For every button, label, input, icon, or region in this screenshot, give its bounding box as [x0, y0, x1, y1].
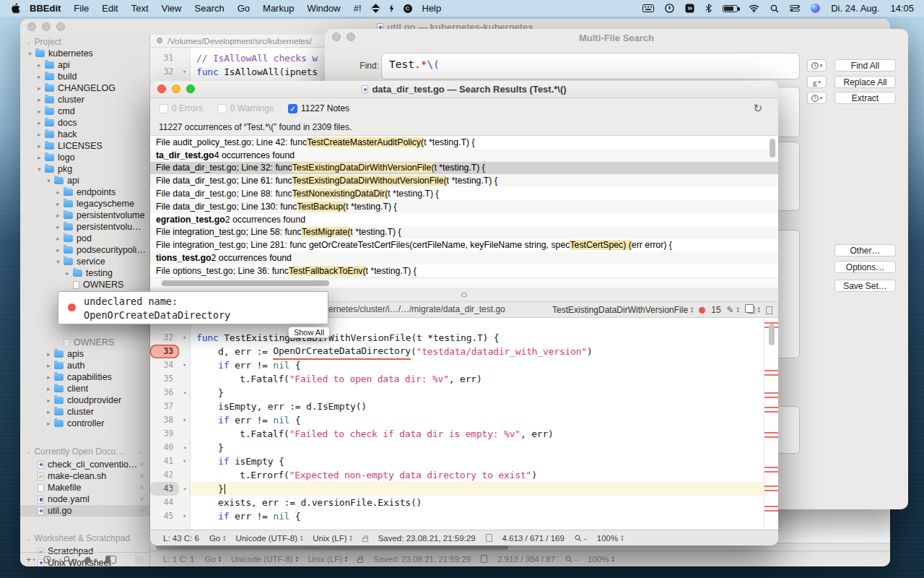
code-line-36[interactable]: 36◂} [150, 386, 778, 400]
help-dropdown[interactable]: ? ▾ [807, 92, 827, 104]
find-input[interactable]: Test.*\( [381, 53, 800, 79]
chevron-down-icon[interactable]: ⌄ [138, 448, 144, 455]
open-doc-makecleansh[interactable]: make-clean.sh✕ [20, 470, 149, 482]
zoom-window-icon[interactable] [56, 22, 65, 31]
replace-all-button[interactable]: Replace All [834, 76, 896, 88]
menu-item-view[interactable]: View [155, 0, 188, 17]
disclosure-closed-icon[interactable]: ▸ [45, 397, 53, 404]
menu-item-go[interactable]: Go [231, 0, 256, 17]
tree-item-cluster[interactable]: ▸cluster [20, 406, 149, 418]
notes-checkbox[interactable]: ✓ 11227 Notes [288, 103, 349, 113]
code-line-32[interactable]: 32▾func TestExistingDataDirWithVersionFi… [150, 331, 778, 345]
open-doc-utilgo[interactable]: util.go✕ [20, 505, 149, 517]
disclosure-closed-icon[interactable]: ▸ [35, 61, 43, 69]
fold-close-icon[interactable]: ◂ [179, 441, 191, 454]
menu-item-[interactable]: #! [347, 0, 368, 17]
disclosure-closed-icon[interactable]: ▸ [35, 154, 43, 161]
close-doc-icon[interactable]: ✕ [139, 473, 144, 480]
scrollbar-thumb[interactable] [769, 324, 775, 345]
disclosure-closed-icon[interactable]: ▸ [54, 200, 62, 207]
splitter-grip-icon[interactable] [461, 293, 467, 297]
scrollbar-thumb[interactable] [162, 280, 329, 286]
code-line-37[interactable]: 37isEmpty, err := d.IsEmpty() [150, 400, 778, 413]
disclosure-closed-icon[interactable]: ▸ [35, 119, 43, 126]
results-horizontal-scrollbar[interactable] [150, 277, 778, 288]
recent-button[interactable]: ▾ [43, 556, 56, 564]
disclosure-open-icon[interactable]: ▾ [54, 258, 62, 265]
line-endings-menu[interactable]: Unix (LF) [308, 555, 347, 564]
code-line-38[interactable]: 38▾if err != nil { [150, 413, 778, 427]
keyboard-icon[interactable] [642, 4, 654, 12]
add-button[interactable]: +▾ [26, 554, 35, 565]
disclosure-closed-icon[interactable]: ▸ [45, 408, 53, 415]
disclosure-closed-icon[interactable]: ▸ [35, 85, 43, 92]
tree-item-LICENSES[interactable]: ▸LICENSES [20, 140, 149, 152]
fold-open-icon[interactable]: ▾ [179, 509, 191, 523]
tree-item-podsecuritypoli…[interactable]: ▸podsecuritypoli… [20, 244, 149, 256]
close-doc-icon[interactable]: ✕ [139, 507, 144, 514]
project-section-header[interactable]: ⌄ Project [20, 36, 149, 48]
toggle-sidebar-icon[interactable] [105, 556, 116, 564]
options-button[interactable]: Options… [834, 261, 896, 273]
disclosure-closed-icon[interactable]: ▸ [54, 223, 62, 230]
menu-item-file[interactable]: File [67, 0, 95, 17]
scrollbar-thumb[interactable] [770, 139, 775, 158]
tree-item-hack[interactable]: ▸hack [20, 129, 149, 140]
code-line-35[interactable]: 35t.Fatalf("Failed to open data dir: %v"… [150, 372, 778, 386]
tree-item-docs[interactable]: ▸docs [20, 117, 149, 129]
result-row[interactable]: File integration_test.go; Line 281: func… [150, 238, 778, 251]
code-line-39[interactable]: 39t.Fatalf("Failed to check if data dir … [150, 427, 778, 441]
fold-open-icon[interactable]: ▾ [179, 413, 191, 427]
language-menu[interactable]: Go [209, 534, 226, 543]
menu-item-window[interactable]: Window [300, 0, 346, 17]
dash-app-menu-icon[interactable] [368, 5, 384, 12]
search-window-titlebar[interactable]: Multi-File Search [325, 29, 908, 46]
zoom-menu[interactable]: 100% [588, 555, 614, 564]
menu-item-edit[interactable]: Edit [95, 0, 124, 17]
result-group-row[interactable]: egration_test.go 2 occurrences found [150, 213, 778, 226]
disclosure-closed-icon[interactable]: ▸ [45, 362, 53, 369]
tree-item-pkg[interactable]: ▾pkg [20, 163, 149, 175]
encoding-menu[interactable]: Unicode (UTF-8) [231, 555, 298, 564]
fold-open-icon[interactable]: ▾ [179, 358, 191, 372]
tree-item-api[interactable]: ▸api [20, 59, 149, 71]
code-line-33[interactable]: 33d, err := OpenOrCreateDataDirectory("t… [150, 345, 778, 358]
close-doc-icon[interactable]: ✕ [139, 496, 144, 503]
tree-item-client[interactable]: ▸client [20, 383, 149, 394]
refresh-icon[interactable]: ↻ [753, 102, 762, 115]
result-row[interactable]: File data_dir_test.go; Line 32: func Tes… [150, 162, 778, 175]
language-menu[interactable]: Go [204, 555, 221, 564]
results-titlebar[interactable]: data_dir_test.go — Search Results (Test.… [150, 81, 778, 98]
battery-icon[interactable] [723, 5, 738, 12]
tree-item-logo[interactable]: ▸logo [20, 152, 149, 163]
save-set-button[interactable]: Save Set… [834, 280, 896, 292]
tree-item-cluster[interactable]: ▸cluster [20, 94, 149, 105]
disclosure-open-icon[interactable]: ▾ [26, 50, 34, 57]
zoom-menu[interactable]: 100% [597, 534, 624, 543]
result-row[interactable]: File data_dir_test.go; Line 61: func Tes… [150, 174, 778, 187]
tree-item-cloudprovider[interactable]: ▸cloudprovider [20, 394, 149, 406]
disclosure-closed-icon[interactable]: ▸ [45, 385, 53, 392]
cloud-button[interactable]: ▾ [83, 556, 97, 564]
tree-item-api[interactable]: ▾api [20, 175, 149, 186]
code-line-34[interactable]: 34▾if err != nil { [150, 358, 778, 372]
find-all-button[interactable]: Find All [834, 59, 896, 72]
line-endings-menu[interactable]: Unix (LF) [313, 534, 352, 543]
spotlight-icon[interactable] [770, 4, 779, 13]
tree-item-OWNERS[interactable]: OWNERS [20, 337, 149, 348]
menu-item-help[interactable]: Help [416, 0, 448, 17]
disclosure-closed-icon[interactable]: ▸ [35, 131, 43, 138]
errors-checkbox[interactable]: 0 Errors [159, 103, 203, 113]
fold-open-icon[interactable]: ▾ [179, 331, 191, 345]
quick-search[interactable]: - [565, 555, 578, 564]
result-row[interactable]: File data_dir_test.go; Line 88: func Tes… [150, 187, 778, 200]
control-center-icon[interactable] [790, 5, 800, 12]
close-window-icon[interactable] [332, 33, 341, 41]
menu-item-bbedit[interactable]: BBEdit [23, 0, 67, 17]
zoom-window-icon[interactable] [186, 85, 195, 93]
function-popup[interactable]: TestExistingDataDirWithVersionFile [552, 305, 693, 315]
show-all-button[interactable]: Show All [288, 327, 330, 338]
open-docs-section-header[interactable]: ⌄ Currently Open Docu… ⌄ [20, 446, 149, 457]
encoding-menu[interactable]: Unicode (UTF-8) [235, 534, 302, 543]
fold-open-icon[interactable]: ▾ [179, 65, 191, 79]
